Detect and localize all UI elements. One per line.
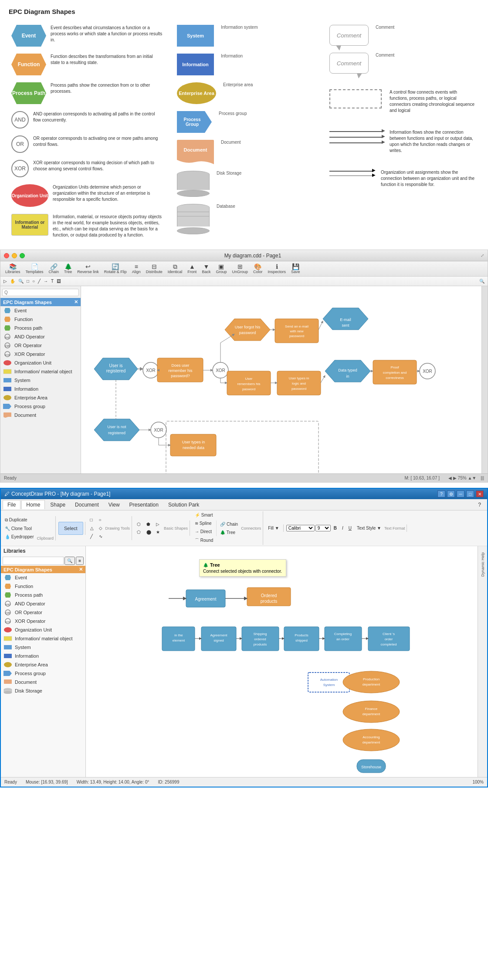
sidebar-system[interactable]: System	[0, 376, 81, 385]
tb2-pointer[interactable]: ▷	[2, 278, 8, 284]
sidebar-function[interactable]: Function	[0, 315, 81, 324]
win-sidebar-infomaterial[interactable]: Information/ material object	[1, 634, 85, 643]
tb-inspectors[interactable]: ℹ Inspectors	[265, 263, 288, 275]
tb-save[interactable]: 💾 Save	[289, 263, 302, 275]
bs4-btn[interactable]: ⬠	[135, 528, 144, 536]
tb-chain[interactable]: 🔗 Chain	[47, 263, 61, 275]
tb2-search[interactable]: 🔍	[478, 278, 486, 284]
sidebar-processpath[interactable]: Process path	[0, 324, 81, 332]
win-tab-view[interactable]: View	[104, 500, 124, 509]
tb2-round[interactable]: ○	[31, 278, 36, 284]
fill-btn[interactable]: Fill ▼	[266, 524, 281, 532]
tb-tree[interactable]: 🌲 Tree	[62, 263, 74, 275]
win-maximize-btn[interactable]: □	[466, 490, 474, 497]
sidebar-or[interactable]: OR OR Operator	[0, 341, 81, 350]
sidebar-processgroup[interactable]: Process group	[0, 402, 81, 411]
tb-rotateflip[interactable]: 🔄 Rotate & Flip	[102, 263, 129, 275]
bs3-btn[interactable]: ▷	[154, 520, 163, 528]
draw-circle-btn[interactable]: ○	[97, 516, 105, 524]
tb2-arrow[interactable]: →	[42, 278, 49, 284]
tb2-rect[interactable]: □	[25, 278, 30, 284]
font-select[interactable]: Calibri	[286, 525, 315, 531]
win-tab-presentation[interactable]: Presentation	[125, 500, 163, 509]
direct-connector-btn[interactable]: → Direct	[193, 528, 215, 535]
mac-sidebar-search[interactable]	[0, 286, 81, 298]
win-list-btn[interactable]: ≡	[76, 557, 84, 565]
draw-rect-btn[interactable]: □	[88, 516, 96, 524]
font-underline-btn[interactable]: U	[346, 524, 354, 532]
duplicate-btn[interactable]: ⧉ Duplicate	[3, 516, 36, 524]
mac-scrollbar[interactable]	[481, 286, 488, 473]
draw-line-btn[interactable]: ╱	[88, 533, 96, 540]
font-italic-btn[interactable]: I	[340, 524, 346, 532]
win-sidebar-processpath[interactable]: Process path	[1, 591, 85, 599]
tb-color[interactable]: 🎨 Color	[251, 263, 265, 275]
win-sidebar-processgroup[interactable]: Process group	[1, 669, 85, 678]
mac-search-input[interactable]	[2, 289, 79, 296]
bs6-btn[interactable]: ★	[154, 528, 163, 536]
win-canvas[interactable]: 🌲 Tree Connect selected objects with con…	[86, 546, 478, 777]
sidebar-xor[interactable]: XOR XOR Operator	[0, 350, 81, 358]
select-btn[interactable]: Select	[58, 522, 83, 535]
mac-sidebar-close[interactable]: ✕	[74, 299, 78, 305]
tb-libraries[interactable]: 📚 Libraries	[3, 263, 23, 275]
draw-diamond-btn[interactable]: ◇	[97, 524, 105, 532]
tb-identical[interactable]: ⧉ Identical	[166, 263, 185, 275]
eyedropper-btn[interactable]: 💧 Eyedropper	[3, 533, 36, 541]
win-help-btn[interactable]: ?	[437, 490, 445, 497]
chain-connector-btn[interactable]: 🔗 Chain	[218, 520, 240, 528]
tb-ungroup[interactable]: ⊞ UnGroup	[230, 263, 250, 275]
mac-canvas[interactable]: User is registered XOR Does user remembe…	[81, 286, 481, 473]
font-size-select[interactable]: 9	[315, 525, 331, 531]
text-style-btn[interactable]: Text Style ▼	[355, 524, 383, 532]
mac-expand-icon[interactable]: ⤢	[481, 253, 484, 258]
sidebar-orgunit[interactable]: Organization Unit	[0, 358, 81, 367]
win-sidebar-document[interactable]: Document	[1, 678, 85, 686]
win-tab-shape[interactable]: Shape	[46, 500, 70, 509]
win-close-btn[interactable]: ✕	[476, 490, 484, 497]
mac-minimize-btn[interactable]	[12, 253, 17, 258]
win-tab-file[interactable]: File	[3, 500, 20, 509]
win-sidebar-and[interactable]: AND AND Operator	[1, 599, 85, 608]
win-tab-document[interactable]: Document	[71, 500, 103, 509]
win-sidebar-or[interactable]: OR OR Operator	[1, 608, 85, 617]
tb2-line[interactable]: ╱	[37, 278, 42, 284]
sidebar-and[interactable]: AND AND Operator	[0, 332, 81, 341]
tb-front[interactable]: ▲ Front	[185, 263, 199, 275]
tb-templates[interactable]: 📄 Templates	[24, 263, 46, 275]
win-tab-home[interactable]: Home	[21, 500, 45, 509]
draw-curve-btn[interactable]: ∿	[97, 533, 105, 540]
win-sidebar-entarea[interactable]: Enterprise Area	[1, 660, 85, 669]
win-question[interactable]: ?	[474, 500, 485, 509]
win-sidebar-function[interactable]: Function	[1, 582, 85, 591]
win-settings-btn[interactable]: ⚙	[447, 490, 455, 497]
tb-back[interactable]: ▼ Back	[200, 263, 213, 275]
sidebar-event[interactable]: Event	[0, 306, 81, 315]
tb2-hand[interactable]: ✋	[9, 278, 17, 284]
win-sidebar-information[interactable]: Information	[1, 652, 85, 660]
clone-tool-btn[interactable]: 🔧 Clone Tool	[3, 525, 36, 532]
sidebar-document[interactable]: Document	[0, 411, 81, 419]
tb-align[interactable]: ≡ Align	[130, 263, 143, 275]
tb2-img[interactable]: 🖼	[55, 278, 62, 284]
win-sidebar-system[interactable]: System	[1, 643, 85, 652]
win-sidebar-cat-close[interactable]: ✕	[79, 567, 83, 572]
font-bold-btn[interactable]: B	[332, 524, 339, 532]
win-sidebar-xor[interactable]: XOR XOR Operator	[1, 617, 85, 625]
draw-tri-btn[interactable]: △	[88, 524, 96, 532]
round-connector-btn[interactable]: ⌒ Round	[193, 536, 215, 545]
smart-connector-btn[interactable]: ⚡ Smart	[193, 511, 215, 519]
tb2-text[interactable]: T	[50, 278, 55, 284]
tb-reverselink[interactable]: ↩ Reverse link	[75, 263, 101, 275]
mac-zoom-control[interactable]: ◀ ▶ 75% ▲▼	[448, 476, 476, 480]
win-sidebar-event[interactable]: Event	[1, 573, 85, 582]
tb-distribute[interactable]: ⊟ Distribute	[144, 263, 165, 275]
sidebar-infomaterial[interactable]: Information/ material object	[0, 367, 81, 376]
win-sidebar-diskstorage[interactable]: Disk Storage	[1, 686, 85, 695]
mac-maximize-btn[interactable]	[20, 253, 25, 258]
tree-connector-btn[interactable]: 🌲 Tree	[218, 529, 240, 536]
bs1-btn[interactable]: ⬡	[135, 520, 144, 528]
win-sidebar-orgunit[interactable]: Organization Unit	[1, 625, 85, 634]
mac-close-btn[interactable]	[4, 253, 9, 258]
sidebar-entarea[interactable]: Enterprise Area	[0, 393, 81, 402]
